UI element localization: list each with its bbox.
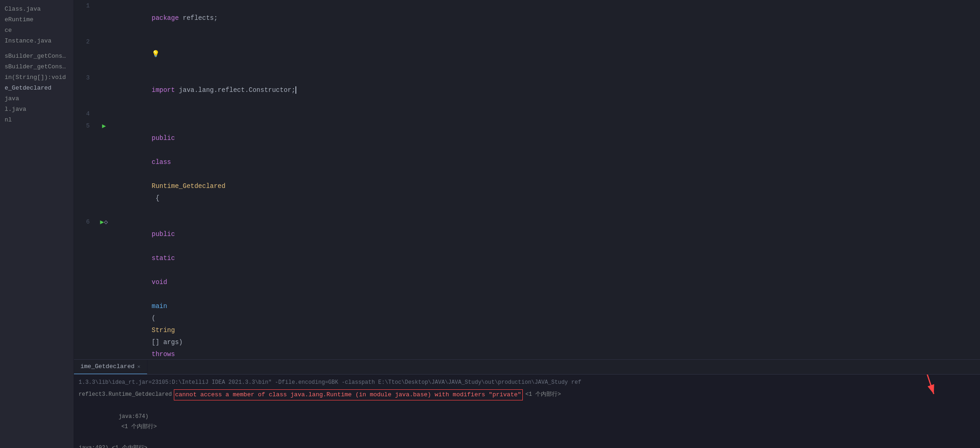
code-line-2: 2 💡 — [74, 36, 980, 72]
line-code-1: package reflects; — [111, 0, 980, 36]
stack-text-2: java:492) <1 个内部行> — [79, 443, 147, 448]
kw-class: class — [152, 158, 171, 166]
bottom-content: 1.3.3\lib\idea_rt.jar=23105:D:\IntelliJ … — [74, 375, 980, 448]
line-num-4: 4 — [74, 108, 97, 120]
run-output-line: 1.3.3\lib\idea_rt.jar=23105:D:\IntelliJ … — [79, 377, 975, 387]
sidebar-item-getdeclared[interactable]: e_Getdeclared — [0, 83, 74, 93]
code-content[interactable]: 1 package reflects; 2 💡 3 import java — [74, 0, 980, 359]
line-num-5: 5 — [74, 120, 97, 132]
main-container: Class.java eRuntime ce Instance.java sBu… — [0, 0, 980, 448]
cursor: ; — [291, 86, 296, 94]
sidebar-item-java[interactable]: java — [0, 93, 74, 104]
stack-line-1: java:674) <1 个内部行> — [79, 401, 975, 442]
sidebar-item-nl[interactable]: nl — [0, 115, 74, 125]
code-text: reflects; — [179, 14, 218, 22]
editor-tab-active[interactable]: ime_Getdeclared ✕ — [74, 360, 147, 375]
code-import-path: java.lang.reflect.Constructor — [175, 86, 291, 94]
svg-line-1 — [915, 375, 934, 394]
editor-tab-bar: ime_Getdeclared ✕ — [74, 359, 980, 374]
sidebar-item-ljava[interactable]: l.java — [0, 104, 74, 115]
keyword-package: package — [152, 14, 179, 22]
code-line-5: 5 ▶ public class Runtime_Getdeclared { — [74, 120, 980, 216]
kw-public: public — [152, 134, 175, 142]
code-line-3: 3 import java.lang.reflect.Constructor; — [74, 72, 980, 108]
kw-import: import — [152, 86, 175, 94]
code-line-1: 1 package reflects; — [74, 0, 980, 36]
error-message: cannot access a member of class java.lan… — [174, 389, 523, 400]
error-prefix: reflect3.Runtime_Getdeclared — [79, 389, 172, 400]
sidebar-item-eruntime[interactable]: eRuntime — [0, 14, 74, 25]
error-arrow — [911, 375, 938, 399]
sidebar: Class.java eRuntime ce Instance.java sBu… — [0, 0, 74, 448]
error-line: reflect3.Runtime_Getdeclared cannot acce… — [79, 389, 975, 400]
stack-line-2: java:492) <1 个内部行> — [79, 443, 975, 448]
line-code-5: public class Runtime_Getdeclared { — [111, 120, 980, 216]
sidebar-item-instancejava[interactable]: Instance.java — [0, 36, 74, 46]
sidebar-item-ce[interactable]: ce — [0, 25, 74, 36]
editor-tab-label: ime_Getdeclared — [80, 363, 135, 370]
sidebar-item-classjava[interactable]: Class.java — [0, 4, 74, 14]
stack-text-1: java:674) <1 个内部行> — [79, 401, 157, 442]
editor-tab-close[interactable]: ✕ — [137, 363, 141, 369]
sidebar-item-getconstructor2[interactable]: sBuilder_getConstructor2 — [0, 61, 74, 72]
bulb-icon: 💡 — [152, 50, 159, 58]
run-icon-6[interactable]: ▶ — [100, 216, 104, 228]
sidebar-item-spacer — [0, 46, 74, 51]
code-line-6: 6 ▶ ◇ public static void main ( String [… — [74, 216, 980, 359]
line-num-6: 6 — [74, 216, 97, 228]
run-output-text: 1.3.3\lib\idea_rt.jar=23105:D:\IntelliJ … — [79, 377, 581, 387]
line-num-2: 2 — [74, 36, 97, 48]
run-icon-5[interactable]: ▶ — [102, 120, 106, 132]
line-gutter-6: ▶ ◇ — [97, 216, 111, 228]
line-gutter-5: ▶ — [97, 120, 111, 132]
bookmark-icon-6: ◇ — [104, 216, 108, 228]
classname: Runtime_Getdeclared — [152, 182, 226, 190]
line-num-3: 3 — [74, 72, 97, 84]
sidebar-item-getconstructor1[interactable]: sBuilder_getConstructor1 — [0, 51, 74, 61]
code-line-4: 4 — [74, 108, 980, 120]
error-suffix: <1 个内部行> — [526, 389, 561, 400]
sidebar-item-main[interactable]: in(String[]):void — [0, 72, 74, 83]
line-code-6: public static void main ( String [] args… — [111, 216, 980, 359]
line-code-2: 💡 — [111, 36, 980, 72]
editor-area: 1 package reflects; 2 💡 3 import java — [74, 0, 980, 448]
line-num-1: 1 — [74, 0, 97, 12]
line-code-3: import java.lang.reflect.Constructor; — [111, 72, 980, 108]
bottom-panel: 1.3.3\lib\idea_rt.jar=23105:D:\IntelliJ … — [74, 374, 980, 448]
